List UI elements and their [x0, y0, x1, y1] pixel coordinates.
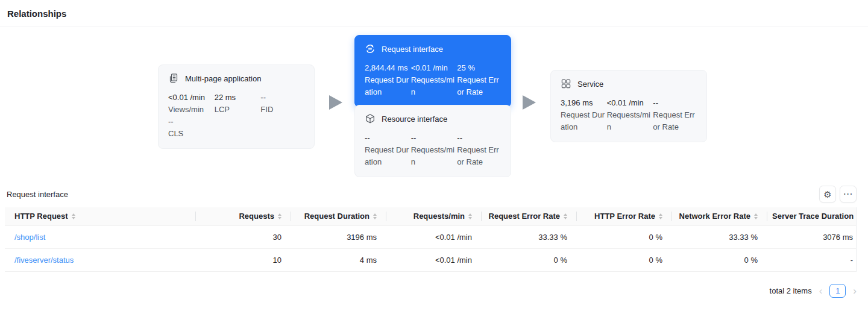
cube-icon [365, 113, 376, 124]
column-header-request-error-rate[interactable]: Request Error Rate [482, 207, 577, 225]
page-title: Relationships [7, 8, 66, 19]
metric-label: Requests/min [607, 109, 652, 133]
node-title: Service [577, 80, 603, 89]
metric-label: LCP [215, 104, 260, 116]
node-title-row: Resource interface [365, 113, 502, 124]
node-title-row: Service [561, 78, 698, 89]
column-label: Requests/min [414, 212, 465, 221]
metric-value: 3,196 ms [561, 97, 606, 109]
metric-value: -- [653, 97, 698, 109]
column-header-http-request[interactable]: HTTP Request [5, 207, 196, 225]
sync-icon [365, 43, 376, 54]
cell-network-error-rate: 0 % [672, 248, 767, 271]
cell-http-error-rate: 0 % [577, 248, 672, 271]
flow-arrow-icon [523, 95, 536, 110]
node-title: Multi-page application [185, 74, 261, 83]
sort-icon [72, 213, 75, 219]
metric-value: <0.01 /min [607, 97, 652, 109]
metric-value: -- [457, 132, 502, 144]
table-section-bar: Request interface ⚙ ⋯ [0, 181, 868, 207]
metric-value: 2,844.44 ms [365, 62, 410, 74]
column-header-http-error-rate[interactable]: HTTP Error Rate [577, 207, 672, 225]
cell-requests-min: <0.01 /min [386, 248, 482, 271]
cell-http-request: /shop/list [5, 225, 196, 248]
metric-label: Request Duration [561, 109, 606, 133]
metric-label: Request Duration [365, 74, 410, 98]
metric-label: FID [260, 104, 306, 116]
metric-value: 25 % [457, 62, 502, 74]
sort-icon [278, 213, 281, 219]
cell-server-trace-duration: 3076 ms [767, 225, 857, 248]
graph-node-service[interactable]: Service 3,196 ms Request Duration <0.01 … [550, 70, 707, 142]
node-title: Resource interface [382, 115, 447, 124]
metric-label: Request Duration [365, 144, 410, 168]
metric-label: Request Error Rate [457, 74, 502, 98]
section-actions: ⚙ ⋯ [819, 186, 857, 203]
metric: -- CLS [168, 116, 213, 140]
column-label: Requests [239, 212, 274, 221]
ellipsis-icon: ⋯ [843, 189, 854, 199]
grid-icon [561, 78, 571, 89]
table-row: /shop/list 30 3196 ms <0.01 /min 33.33 %… [5, 225, 857, 248]
metric: <0.01 /min Requests/min [607, 97, 652, 133]
page-number-button[interactable]: 1 [829, 284, 846, 298]
page-header: Relationships [0, 0, 868, 27]
cell-requests: 30 [196, 225, 291, 248]
column-label: Request Duration [304, 212, 370, 221]
sort-icon [564, 213, 567, 219]
metric-label: CLS [168, 128, 213, 140]
relationship-graph: Multi-page application <0.01 /min Views/… [0, 27, 868, 181]
metric: <0.01 /min Views/min [168, 92, 213, 116]
node-metrics: <0.01 /min Views/min 22 ms LCP -- FID --… [168, 92, 306, 140]
column-header-requests[interactable]: Requests [196, 207, 291, 225]
sort-icon [468, 213, 472, 219]
column-label: HTTP Error Rate [594, 212, 655, 221]
cell-http-error-rate: 0 % [577, 225, 672, 248]
cell-request-error-rate: 33.33 % [482, 225, 577, 248]
prev-page-icon[interactable]: ‹ [819, 286, 823, 296]
metric-value: 22 ms [215, 92, 260, 104]
cell-request-error-rate: 0 % [482, 248, 577, 271]
node-title: Request interface [382, 45, 443, 54]
metric-value: <0.01 /min [411, 62, 456, 74]
node-title-row: Multi-page application [168, 73, 306, 84]
section-title: Request interface [7, 190, 68, 199]
cell-server-trace-duration: - [767, 248, 857, 271]
metric: 3,196 ms Request Duration [561, 97, 606, 133]
flow-arrow-icon [329, 95, 342, 110]
cell-http-request: /fiveserver/status [5, 248, 196, 271]
table-header-row: HTTP Request Requests Request Duration R… [5, 207, 857, 225]
graph-node-request-interface[interactable]: Request interface 2,844.44 ms Request Du… [354, 35, 511, 107]
column-label: Server Trace Duration [772, 212, 854, 221]
column-settings-button[interactable]: ⚙ [819, 186, 836, 203]
metric-value: -- [168, 116, 213, 128]
node-metrics: 3,196 ms Request Duration <0.01 /min Req… [561, 97, 698, 133]
metric-value: -- [260, 92, 306, 104]
metric-label: Request Error Rate [457, 144, 502, 168]
http-request-link[interactable]: /shop/list [14, 233, 45, 242]
node-metrics: -- Request Duration -- Requests/min -- R… [365, 132, 502, 168]
graph-node-resource-interface[interactable]: Resource interface -- Request Duration -… [354, 105, 511, 177]
metric-label: Requests/min [411, 74, 456, 98]
metric: 22 ms LCP [215, 92, 260, 116]
column-label: Request Error Rate [489, 212, 560, 221]
metric-value: -- [365, 132, 410, 144]
column-header-request-duration[interactable]: Request Duration [291, 207, 386, 225]
table-row: /fiveserver/status 10 4 ms <0.01 /min 0 … [5, 248, 857, 271]
http-request-link[interactable]: /fiveserver/status [14, 256, 74, 265]
metric: -- FID [260, 92, 306, 116]
metric: -- Requests/min [411, 132, 456, 168]
node-metrics: 2,844.44 ms Request Duration <0.01 /min … [365, 62, 502, 98]
metric: 2,844.44 ms Request Duration [365, 62, 410, 98]
cell-request-duration: 4 ms [291, 248, 386, 271]
column-header-network-error-rate[interactable]: Network Error Rate [672, 207, 767, 225]
graph-node-multi-page-application[interactable]: Multi-page application <0.01 /min Views/… [158, 64, 315, 149]
more-actions-button[interactable]: ⋯ [840, 186, 857, 203]
sort-icon [754, 213, 758, 219]
column-header-requests-min[interactable]: Requests/min [386, 207, 482, 225]
pages-icon [168, 73, 179, 84]
metric: <0.01 /min Requests/min [411, 62, 456, 98]
column-header-server-trace-duration[interactable]: Server Trace Duration [767, 207, 857, 225]
next-page-icon[interactable]: › [853, 286, 857, 296]
column-label: Network Error Rate [679, 212, 750, 221]
